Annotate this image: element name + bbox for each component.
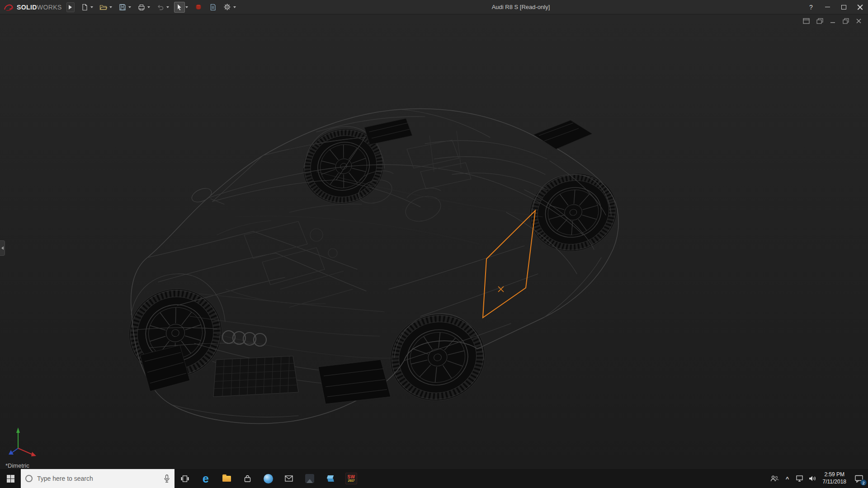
document-window-controls (803, 18, 862, 24)
taskbar: e SW 2017 (0, 469, 868, 488)
rebuild-group (193, 2, 204, 13)
chevron-up-icon: ^ (786, 475, 789, 482)
ds-logo-icon (4, 3, 14, 11)
minimize-button[interactable] (819, 0, 835, 14)
doc-close-icon[interactable] (856, 18, 862, 24)
cascade-windows-icon[interactable] (816, 18, 823, 24)
people-icon (770, 475, 779, 482)
windows-logo-icon (7, 475, 14, 483)
network-button[interactable] (794, 469, 807, 488)
doc-minimize-icon[interactable] (830, 18, 836, 24)
help-button[interactable]: ? (803, 0, 819, 14)
network-icon (796, 475, 804, 482)
chevron-left-icon (1, 246, 4, 250)
edge-icon: e (203, 473, 209, 484)
file-explorer-icon (222, 476, 231, 482)
options-button[interactable] (222, 2, 233, 13)
select-cursor-icon (176, 4, 183, 11)
print-dropdown[interactable] (147, 6, 150, 8)
titlebar: SOLIDWORKS (0, 0, 868, 14)
menu-flyout-button[interactable] (66, 2, 75, 12)
new-document-dropdown[interactable] (90, 6, 93, 8)
action-center-button[interactable]: 2 (850, 469, 868, 488)
flyout-arrow-icon (69, 5, 72, 9)
open-dropdown[interactable] (109, 6, 112, 8)
speaker-icon (809, 475, 816, 482)
open-button[interactable] (98, 2, 109, 13)
mountain-glyph (307, 479, 313, 483)
taskbar-item-3d-builder[interactable] (320, 469, 341, 488)
print-group (136, 2, 151, 13)
quick-access-toolbar (79, 2, 240, 13)
new-document-group (79, 2, 94, 13)
close-button[interactable] (852, 0, 868, 14)
window-title: Audi R8 S [Read-only] (492, 4, 550, 10)
maximize-icon (841, 5, 846, 9)
search-input[interactable] (37, 475, 159, 482)
volume-button[interactable] (807, 469, 819, 488)
save-group (117, 2, 132, 13)
taskbar-item-mail[interactable] (278, 469, 299, 488)
select-dropdown[interactable] (185, 6, 188, 8)
file-properties-icon (209, 4, 217, 11)
photos-icon (305, 474, 314, 483)
taskbar-item-store[interactable] (237, 469, 258, 488)
mail-envelope-icon (285, 475, 293, 482)
close-icon (857, 4, 863, 10)
view-orientation-label: *Dimetric (5, 462, 29, 469)
taskbar-item-solidworks[interactable]: SW 2017 (341, 469, 362, 488)
new-window-icon[interactable] (803, 18, 810, 24)
taskbar-item-browser[interactable] (258, 469, 278, 488)
options-group (222, 2, 237, 13)
selected-face[interactable] (483, 211, 535, 318)
notification-badge: 2 (860, 479, 867, 486)
taskbar-item-edge[interactable]: e (195, 469, 216, 488)
solidworks-logo: SOLIDWORKS (0, 3, 66, 11)
file-properties-button[interactable] (208, 2, 218, 13)
microphone-icon[interactable] (164, 474, 170, 483)
new-document-button[interactable] (79, 2, 90, 13)
minimize-icon (825, 7, 830, 8)
brand-works: WORKS (37, 4, 62, 11)
3d-builder-cube-icon (327, 475, 334, 482)
clock-date: 7/11/2018 (823, 479, 847, 486)
hidden-icons-button[interactable]: ^ (781, 469, 794, 488)
options-dropdown[interactable] (233, 6, 236, 8)
taskbar-item-file-explorer[interactable] (216, 469, 237, 488)
panel-flyout-tab[interactable] (0, 240, 5, 256)
undo-group (155, 2, 170, 13)
taskbar-search[interactable] (21, 469, 175, 488)
open-folder-icon (99, 4, 107, 11)
cortana-icon (25, 475, 33, 482)
people-button[interactable] (769, 469, 781, 488)
taskbar-item-photos[interactable] (299, 469, 320, 488)
task-view-button[interactable] (175, 469, 195, 488)
save-button[interactable] (117, 2, 128, 13)
grille (213, 356, 298, 397)
clock-time: 2:59 PM (823, 471, 847, 479)
help-icon: ? (809, 4, 813, 11)
save-icon (119, 4, 126, 11)
car-wireframe-model[interactable] (0, 14, 868, 469)
window-controls: ? (803, 0, 868, 14)
sw-year: 2017 (348, 479, 354, 483)
undo-button[interactable] (155, 2, 166, 13)
select-tool-button[interactable] (174, 2, 185, 13)
print-icon (138, 4, 145, 11)
select-group (174, 2, 189, 13)
graphics-viewport[interactable]: *Dimetric (0, 14, 868, 469)
undo-icon (157, 4, 164, 11)
maximize-button[interactable] (835, 0, 852, 14)
taskbar-clock[interactable]: 2:59 PM 7/11/2018 (819, 471, 850, 485)
rebuild-button[interactable] (193, 2, 204, 13)
print-button[interactable] (136, 2, 147, 13)
save-dropdown[interactable] (128, 6, 131, 8)
undo-dropdown[interactable] (166, 6, 169, 8)
browser-globe-icon (264, 474, 273, 483)
doc-restore-icon[interactable] (843, 18, 849, 24)
solidworks-app-icon: SW 2017 (345, 473, 357, 484)
rebuild-icon (195, 4, 202, 11)
store-bag-icon (244, 475, 251, 483)
open-group (98, 2, 113, 13)
start-button[interactable] (0, 469, 21, 488)
